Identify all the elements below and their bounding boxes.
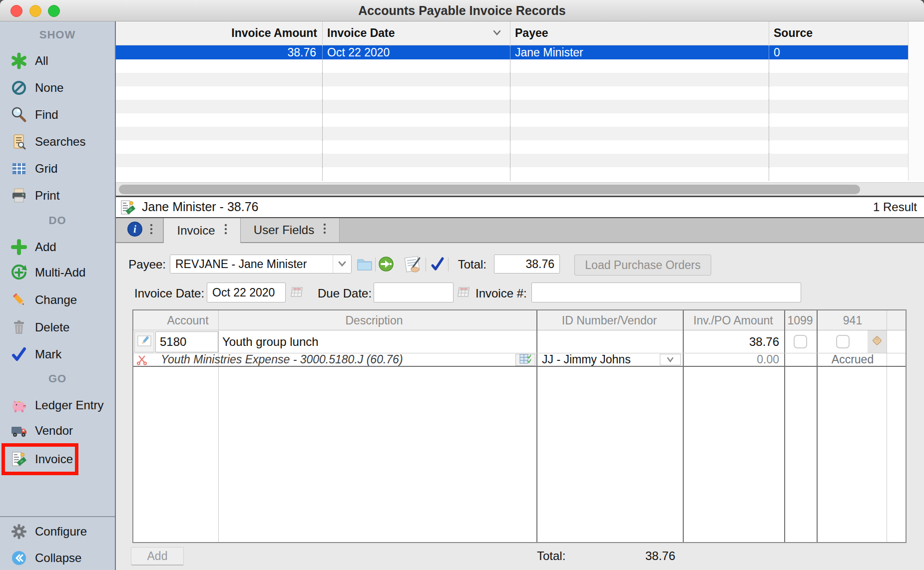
blue-check-icon[interactable] <box>429 256 446 273</box>
table-row-selected[interactable]: 38.76 Oct 22 2020 Jane Minister 0 <box>116 45 924 59</box>
invoice-date-label: Invoice Date: <box>134 286 204 301</box>
vertical-scrollbar-gutter[interactable] <box>908 21 924 181</box>
sidebar-item-collapse[interactable]: Collapse <box>0 545 115 570</box>
sidebar-item-find[interactable]: Find <box>0 101 115 128</box>
dots-vertical-icon[interactable] <box>224 223 227 238</box>
detail-amount-cell: 0.00 <box>688 353 779 366</box>
toolbar-divider <box>426 258 426 272</box>
arrow-circle-icon[interactable] <box>378 256 395 273</box>
column-header-invoice-date[interactable]: Invoice Date <box>322 21 510 45</box>
table-row-empty[interactable] <box>116 154 924 167</box>
sidebar-item-label: Configure <box>35 525 87 539</box>
footer-total-value: 38.76 <box>620 549 675 563</box>
payee-input[interactable] <box>170 255 333 273</box>
title-bar: Accounts Payable Invoice Records <box>0 0 924 21</box>
record-summary-title: Jane Minister - 38.76 <box>142 200 258 214</box>
sidebar-item-label: Change <box>35 293 77 307</box>
pencil-icon <box>10 291 28 309</box>
sidebar-item-mark[interactable]: Mark <box>0 341 115 368</box>
amount-cell[interactable]: 38.76 <box>688 335 779 349</box>
table-row-empty[interactable] <box>116 73 924 86</box>
sidebar-item-searches[interactable]: Searches <box>0 128 115 155</box>
sidebar-item-none[interactable]: None <box>0 74 115 101</box>
checkbox-941[interactable] <box>836 335 850 348</box>
sidebar-section-show: SHOW <box>0 25 115 45</box>
table-row-empty[interactable] <box>116 100 924 113</box>
invoice-date-input[interactable] <box>207 283 286 302</box>
table-row-empty[interactable] <box>116 59 924 73</box>
sidebar-item-delete[interactable]: Delete <box>0 314 115 341</box>
tag-icon <box>871 334 884 349</box>
column-header-source[interactable]: Source <box>769 21 924 45</box>
table-row-empty[interactable] <box>116 140 924 154</box>
invoice-number-label: Invoice #: <box>475 286 527 301</box>
add-line-button[interactable]: Add <box>131 547 184 566</box>
tag-button[interactable] <box>868 330 887 353</box>
grid-icon <box>10 160 28 178</box>
plus-icon <box>10 238 28 256</box>
sidebar-item-label: All <box>35 54 48 68</box>
table-row-empty[interactable] <box>116 86 924 100</box>
load-purchase-orders-button[interactable]: Load Purchase Orders <box>574 255 711 276</box>
tab-user-fields[interactable]: User Fields <box>241 218 340 242</box>
edit-line-button[interactable] <box>134 331 154 352</box>
checkbox-1099[interactable] <box>794 335 807 348</box>
piggy-bank-icon <box>10 396 28 414</box>
edit-pencil-icon <box>137 333 152 350</box>
gear-icon <box>10 523 28 541</box>
sidebar-item-add[interactable]: Add <box>0 234 115 261</box>
sidebar-section-go: GO <box>0 369 115 389</box>
total-input[interactable] <box>494 255 560 274</box>
table-row-empty[interactable] <box>116 127 924 140</box>
column-header-description: Description <box>345 314 403 327</box>
scissors-icon[interactable] <box>136 354 147 367</box>
sidebar-item-all[interactable]: All <box>0 47 115 74</box>
vendor-lookup-button[interactable] <box>515 354 535 366</box>
toolbar-divider <box>375 258 376 272</box>
tab-invoice[interactable]: Invoice <box>163 218 241 243</box>
payee-label: Payee: <box>125 257 166 272</box>
sidebar-item-label: Print <box>35 189 59 203</box>
sidebar-item-ledger-entry[interactable]: Ledger Entry <box>0 392 115 419</box>
grid-check-icon <box>519 353 531 366</box>
folder-icon[interactable] <box>356 255 374 273</box>
calendar-icon[interactable] <box>457 285 471 299</box>
sidebar-item-grid[interactable]: Grid <box>0 155 115 182</box>
chevron-down-icon[interactable] <box>660 354 681 365</box>
sidebar-item-change[interactable]: Change <box>0 286 115 313</box>
dots-vertical-icon[interactable] <box>150 223 153 237</box>
sidebar-section-do: DO <box>0 211 115 231</box>
printer-icon <box>10 187 28 205</box>
sidebar-item-vendor[interactable]: Vendor <box>0 417 115 444</box>
table-row-empty[interactable] <box>116 113 924 127</box>
sidebar-item-multi-add[interactable]: Multi-Add <box>0 259 115 286</box>
invoice-number-input[interactable] <box>531 283 801 302</box>
horizontal-scrollbar-thumb[interactable] <box>119 185 860 194</box>
due-date-label: Due Date: <box>318 286 372 301</box>
horizontal-scrollbar[interactable] <box>116 182 924 196</box>
tab-info[interactable]: i <box>116 218 163 242</box>
chevron-down-icon[interactable] <box>333 255 351 273</box>
sidebar-item-label: Add <box>35 240 56 254</box>
magnifier-icon <box>10 106 28 124</box>
column-header-inv-po-amount: Inv./PO Amount <box>693 314 773 327</box>
check-icon <box>10 345 28 363</box>
write-check-icon[interactable] <box>403 254 424 275</box>
vendor-cell[interactable]: JJ - Jimmy Johns <box>542 353 631 366</box>
record-summary-bar: Jane Minister - 38.76 1 Result <box>116 197 924 218</box>
payee-combobox[interactable] <box>170 255 352 274</box>
window-title: Accounts Payable Invoice Records <box>0 3 924 18</box>
table-row-empty[interactable] <box>116 167 924 181</box>
scroll-search-icon <box>10 133 28 151</box>
dots-vertical-icon[interactable] <box>323 223 326 238</box>
description-cell[interactable]: Youth group lunch <box>222 335 319 349</box>
column-header-invoice-amount[interactable]: Invoice Amount <box>116 21 322 45</box>
sidebar-item-configure[interactable]: Configure <box>0 518 115 545</box>
account-cell[interactable]: 5180 <box>155 331 218 352</box>
due-date-input[interactable] <box>374 283 454 302</box>
svg-text:i: i <box>133 224 136 235</box>
calendar-icon[interactable] <box>290 285 304 299</box>
records-table: Invoice Amount Invoice Date Payee Source… <box>116 21 924 197</box>
sidebar-item-print[interactable]: Print <box>0 182 115 209</box>
column-header-payee[interactable]: Payee <box>510 21 769 45</box>
